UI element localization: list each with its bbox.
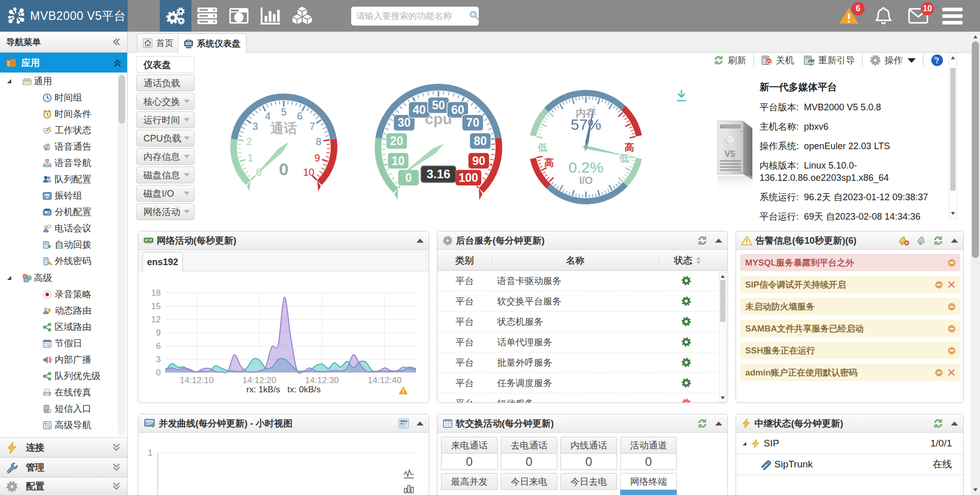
menu-server-button[interactable] [191,0,223,32]
collapse-panel-icon[interactable] [416,421,424,426]
sidebar-item-队列配置[interactable]: 队列配置 [0,171,127,187]
dismiss-alert-icon[interactable] [935,369,943,376]
gauge-menu-磁盘信息[interactable]: 磁盘信息 [136,167,194,183]
tree-group-高级[interactable]: 高级 [0,269,127,286]
tree-group-通用[interactable]: 通用 [0,73,127,89]
service-row-任务调度服务[interactable]: 平台任务调度服务 [437,373,727,393]
menu-statistics-button[interactable] [255,0,286,32]
download-icon[interactable] [675,89,688,103]
sidebar-item-自动回拨[interactable]: 自动回拨 [0,237,127,253]
tab-ens192[interactable]: ens192 [142,252,183,272]
service-row-批量外呼服务[interactable]: 平台批量外呼服务 [437,352,727,373]
trunk-item-siptrunk[interactable]: SipTrunk 在线 [736,454,963,475]
sidebar-item-时间条件[interactable]: 时间条件 [0,106,127,122]
gauge-menu-内存信息[interactable]: 内存信息 [136,148,194,165]
gauge-menu-通话负载[interactable]: 通话负载 [136,75,194,91]
sidebar-item-语音通告[interactable]: 语音通告 [0,138,127,155]
tree-expanded-icon[interactable] [742,441,747,446]
service-status[interactable] [659,398,713,403]
column-category[interactable]: 类别 [437,254,492,267]
service-status[interactable] [659,378,713,388]
close-alert-icon[interactable] [947,280,955,289]
refresh-icon[interactable] [933,235,944,246]
refresh-icon[interactable] [697,418,708,429]
sidebar-section-connect[interactable]: 连接 [0,437,127,457]
tab-system-dashboard[interactable]: 系统仪表盘 [178,33,247,53]
service-status[interactable] [659,275,713,286]
stat-今日去电[interactable]: 今日去电 [560,473,617,495]
tree-expanded-icon[interactable] [7,79,12,84]
mute-alerts-icon[interactable] [898,235,910,246]
collapse-panel-icon[interactable] [715,421,722,426]
dismiss-alert-icon[interactable] [935,281,943,289]
scroll-down-icon[interactable] [973,487,978,492]
collapse-panel-icon[interactable] [416,239,424,243]
gauge-menu-核心交换[interactable]: 核心交换 [136,93,194,110]
tree-expanded-icon[interactable] [7,275,12,280]
sidebar-item-队列优先级[interactable]: 队列优先级 [0,368,127,384]
service-row-状态机服务[interactable]: 平台状态机服务 [437,312,727,332]
services-scrollbar[interactable] [719,272,726,403]
sidebar-item-外线密码[interactable]: 外线密码 [0,253,127,269]
sidebar-item-振铃组[interactable]: 振铃组 [0,187,127,204]
sidebar-item-语音导航[interactable]: 语音导航 [0,155,127,171]
service-status[interactable] [659,357,713,368]
close-alert-icon[interactable] [947,368,955,376]
stat-来电通话[interactable]: 来电通话0 [441,437,498,470]
stat-今日来电[interactable]: 今日来电 [501,473,557,495]
hamburger-menu-button[interactable] [942,5,963,27]
dismiss-alert-icon[interactable] [948,259,955,267]
dismiss-alert-icon[interactable] [948,303,955,311]
dismiss-alert-icon[interactable] [948,347,955,355]
dismiss-alert-icon[interactable] [948,325,955,333]
messages-button[interactable]: 10 [908,5,929,27]
muted-alerts-icon[interactable] [915,235,927,246]
dashboard-scrollbar[interactable] [949,53,957,219]
alerts-indicator-button[interactable]: 6 [838,5,860,27]
sidebar-section-config[interactable]: 配置 [0,477,127,495]
trunk-group-sip[interactable]: SIP 1/0/1 [736,433,963,454]
menu-settings-button[interactable] [160,0,191,32]
stat-去电通话[interactable]: 去电通话0 [501,437,557,470]
gauge-menu-CPU负载[interactable]: CPU负载 [136,130,194,147]
sidebar-section-manage[interactable]: 管理 [0,457,127,477]
gauge-menu-磁盘I/O[interactable]: 磁盘I/O [136,185,194,202]
search-button[interactable] [469,9,479,24]
tab-home[interactable]: 首页 [137,33,180,53]
service-row-语音卡驱动服务[interactable]: 平台语音卡驱动服务 [437,271,727,291]
collapse-panel-icon[interactable] [951,421,958,426]
collapse-panel-icon[interactable] [715,239,722,243]
collapse-panel-icon[interactable] [951,239,958,243]
refresh-icon[interactable] [697,235,708,246]
scroll-down-icon[interactable] [720,395,725,400]
sidebar-item-高级导航[interactable]: 高级导航 [0,417,127,433]
sidebar-item-节假日[interactable]: 节假日 [0,335,127,351]
gauge-menu-运行时间[interactable]: 运行时间 [136,111,194,128]
sidebar-scrollbar[interactable] [118,74,126,435]
stat-活动通道[interactable]: 活动通道0 [620,437,677,470]
search-input[interactable] [351,11,469,21]
sidebar-item-电话会议[interactable]: 电话会议 [0,220,127,237]
stat-网络终端[interactable]: 网络终端 [620,473,677,495]
sidebar-item-短信入口[interactable]: 短信入口 [0,400,127,417]
stat-最高并发[interactable]: 最高并发 [441,473,498,495]
sidebar-item-动态路由[interactable]: 动态路由 [0,302,127,319]
sidebar-item-录音策略[interactable]: 录音策略 [0,286,127,302]
service-status[interactable] [659,337,713,347]
line-chart-toggle-icon[interactable] [404,470,414,478]
sidebar-item-内部广播[interactable]: 内部广播 [0,351,127,368]
stat-内线通话[interactable]: 内线通话0 [560,437,617,470]
column-name[interactable]: 名称 [492,254,659,267]
scroll-up-icon[interactable] [973,34,978,39]
service-status[interactable] [659,316,713,327]
scroll-down-icon[interactable] [950,211,955,216]
sidebar-item-区域路由[interactable]: 区域路由 [0,319,127,335]
page-scrollbar[interactable] [971,32,980,495]
sidebar-collapse-icon[interactable] [112,37,121,46]
refresh-icon[interactable] [933,418,944,429]
menu-modules-button[interactable] [286,0,318,32]
bar-chart-toggle-icon[interactable] [404,485,413,492]
sidebar-item-工作状态[interactable]: 工作状态 [0,122,127,138]
calendar-view-icon[interactable] [398,418,409,429]
gauge-menu-网络活动[interactable]: 网络活动 [136,203,194,220]
